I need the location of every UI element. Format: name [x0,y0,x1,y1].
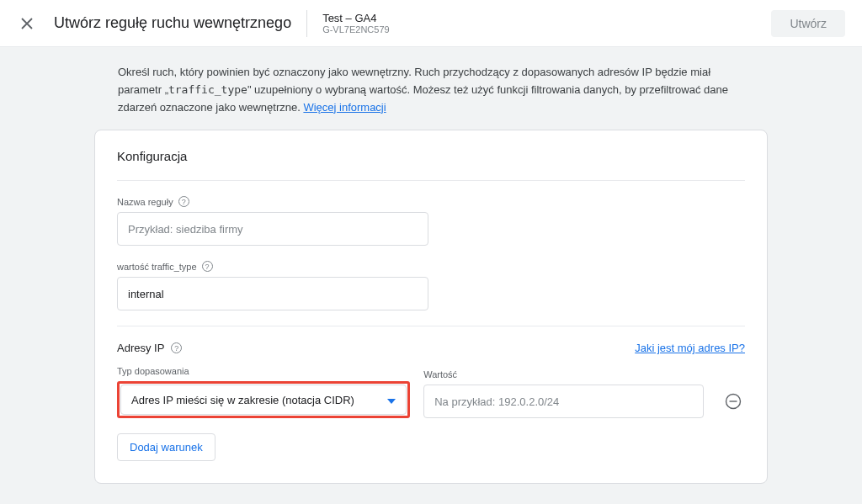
description-code: traffic_type [168,83,247,96]
chevron-down-icon [387,392,396,407]
traffic-type-label: wartość traffic_type ? [117,261,745,272]
value-label: Wartość [423,369,704,379]
config-card: Konfiguracja Nazwa reguły ? wartość traf… [94,130,768,484]
divider [117,326,745,326]
condition-row: Typ dopasowania Adres IP mieści się w za… [117,366,745,418]
property-id: G-VL7E2NC579 [322,24,390,34]
more-info-link[interactable]: Więcej informacji [303,101,386,114]
close-icon[interactable] [17,13,37,34]
traffic-type-field-group: wartość traffic_type ? [117,261,745,310]
match-type-select-highlight: Adres IP mieści się w zakresie (notacja … [117,381,410,418]
remove-icon [725,393,742,410]
match-type-selected-text: Adres IP mieści się w zakresie (notacja … [131,394,354,406]
traffic-type-label-text: wartość traffic_type [117,262,197,272]
config-section-title: Konfiguracja [117,149,745,163]
value-input[interactable] [423,385,704,418]
rule-name-field-group: Nazwa reguły ? [117,196,745,246]
traffic-type-input[interactable] [117,277,428,310]
match-type-select[interactable]: Adres IP mieści się w zakresie (notacja … [120,385,407,415]
rule-name-label: Nazwa reguły ? [117,196,745,207]
ip-section-title-row: Adresy IP ? [117,342,182,354]
divider [117,180,745,181]
create-button[interactable]: Utwórz [771,10,845,37]
header-divider [306,10,307,37]
help-icon[interactable]: ? [171,342,182,353]
header-bar: Utwórz regułę ruchu wewnętrznego Test – … [0,0,862,47]
match-type-label: Typ dopasowania [117,366,410,376]
help-icon[interactable]: ? [178,196,189,207]
page-title: Utwórz regułę ruchu wewnętrznego [54,14,291,32]
rule-name-input[interactable] [117,212,428,246]
value-column: Wartość [423,369,704,418]
property-name: Test – GA4 [322,12,390,24]
my-ip-link[interactable]: Jaki jest mój adres IP? [635,342,745,354]
ip-section-title: Adresy IP [117,342,164,354]
header-property-info: Test – GA4 G-VL7E2NC579 [322,12,390,34]
content-area: Określ ruch, który powinien być oznaczon… [0,47,862,484]
ip-section-header: Adresy IP ? Jaki jest mój adres IP? [117,342,745,354]
match-type-column: Typ dopasowania Adres IP mieści się w za… [117,366,410,418]
help-icon[interactable]: ? [202,261,213,272]
rule-name-label-text: Nazwa reguły [117,197,173,207]
remove-condition-button[interactable] [722,390,745,413]
description-text: Określ ruch, który powinien być oznaczon… [94,64,768,130]
add-condition-button[interactable]: Dodaj warunek [117,433,216,461]
